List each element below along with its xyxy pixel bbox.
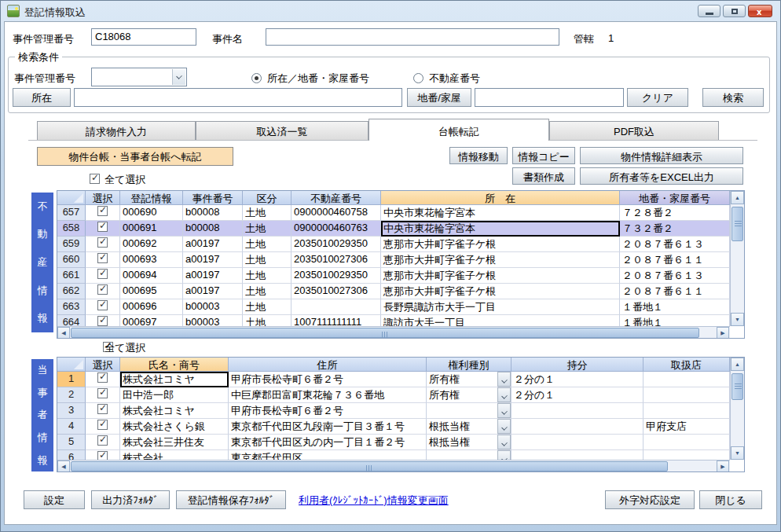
row-checkbox[interactable] bbox=[97, 435, 108, 446]
column-header[interactable]: 選択 bbox=[86, 358, 120, 372]
right-type-dropdown[interactable] bbox=[497, 387, 511, 402]
cell-fudosan-no[interactable]: 0900000460758 bbox=[292, 205, 381, 221]
select-cell[interactable] bbox=[86, 237, 120, 252]
vertical-scrollbar[interactable]: ▲▼ bbox=[730, 191, 744, 326]
cell-jiken[interactable]: a00197 bbox=[183, 268, 243, 284]
radio-property-number[interactable] bbox=[413, 73, 424, 83]
cell-name[interactable]: 株式会社コミヤ bbox=[120, 372, 229, 387]
tab-2[interactable]: 取込済一覧 bbox=[196, 121, 368, 140]
column-header[interactable]: 住所 bbox=[229, 358, 427, 372]
row-number[interactable]: 659 bbox=[57, 237, 86, 252]
cell-shozai[interactable]: 中央市東花輪字宮本 bbox=[381, 221, 620, 237]
tab-1[interactable]: 請求物件入力 bbox=[37, 121, 196, 140]
cell-kubun[interactable]: 土地 bbox=[243, 268, 292, 284]
radio-location[interactable] bbox=[251, 73, 262, 83]
table-row[interactable]: 663000696b00003土地長野県諏訪市大手一丁目１番地１ bbox=[57, 299, 730, 315]
table-row[interactable]: 5株式会社三井住友東京都千代田区丸の内一丁目１番２号根抵当権 bbox=[57, 435, 730, 450]
case-no-combobox[interactable] bbox=[91, 68, 187, 86]
cell-address[interactable]: 東京都千代田区丸の内一丁目１番２号 bbox=[229, 435, 427, 450]
cell-kubun[interactable]: 土地 bbox=[243, 205, 292, 221]
tab-3[interactable]: 台帳転記 bbox=[368, 119, 549, 141]
cell-chiban[interactable]: ２０８７番６１３ bbox=[620, 237, 730, 252]
cell-chiban[interactable]: ２０８７番６１１ bbox=[620, 284, 730, 299]
settings-button[interactable]: 設定 bbox=[24, 490, 85, 509]
transfer-to-ledger-button[interactable]: 物件台帳・当事者台帳へ転記 bbox=[37, 147, 233, 166]
save-folder-button[interactable]: 登記情報保存ﾌｫﾙﾀﾞ bbox=[176, 490, 286, 509]
row-checkbox[interactable] bbox=[97, 284, 108, 295]
cell-kubun[interactable]: 土地 bbox=[243, 284, 292, 299]
cell-fudosan-no[interactable]: 0900000460763 bbox=[292, 221, 381, 237]
cell-branch[interactable] bbox=[644, 403, 730, 419]
cell-touki[interactable]: 000692 bbox=[120, 237, 183, 252]
column-header[interactable]: 権利種別 bbox=[427, 358, 512, 372]
cell-right-type[interactable] bbox=[427, 403, 512, 419]
cell-kubun[interactable]: 土地 bbox=[243, 252, 292, 268]
cell-share[interactable]: ２分の１ bbox=[512, 387, 644, 403]
corner-cell[interactable] bbox=[57, 358, 86, 372]
cell-fudosan-no[interactable]: 2035010029350 bbox=[292, 268, 381, 284]
cell-shozai[interactable]: 恵那市大井町字雀子ケ根 bbox=[381, 268, 620, 284]
column-header[interactable]: 取扱店 bbox=[644, 358, 730, 372]
scroll-up-icon[interactable]: ▲ bbox=[731, 358, 744, 371]
cell-chiban[interactable]: ７３２番２ bbox=[620, 221, 730, 237]
cell-jiken[interactable]: b00008 bbox=[183, 205, 243, 221]
cell-shozai[interactable]: 恵那市大井町字雀子ケ根 bbox=[381, 252, 620, 268]
row-number[interactable]: 661 bbox=[57, 268, 86, 284]
row-number[interactable]: 658 bbox=[57, 221, 86, 237]
row-number[interactable]: 663 bbox=[57, 299, 86, 315]
scroll-thumb[interactable] bbox=[71, 328, 699, 338]
scroll-thumb[interactable] bbox=[732, 207, 743, 241]
scroll-down-icon[interactable]: ▼ bbox=[731, 313, 744, 326]
right-type-dropdown[interactable] bbox=[497, 419, 511, 434]
select-cell[interactable] bbox=[86, 252, 120, 268]
cell-chiban[interactable]: ２０８７番６１３ bbox=[620, 268, 730, 284]
shozai-button[interactable]: 所在 bbox=[13, 88, 71, 107]
row-checkbox[interactable] bbox=[97, 372, 108, 383]
maximize-button[interactable] bbox=[723, 5, 746, 17]
cell-jiken[interactable]: a00197 bbox=[183, 237, 243, 252]
row-number[interactable]: 1 bbox=[57, 372, 86, 387]
cell-kubun[interactable]: 土地 bbox=[243, 237, 292, 252]
cell-fudosan-no[interactable] bbox=[292, 299, 381, 315]
cell-touki[interactable]: 000693 bbox=[120, 252, 183, 268]
cell-shozai[interactable]: 恵那市大井町字雀子ケ根 bbox=[381, 237, 620, 252]
right-type-dropdown[interactable] bbox=[497, 435, 511, 449]
cell-name[interactable]: 株式会社コミヤ bbox=[120, 403, 229, 419]
cell-right-type[interactable]: 根抵当権 bbox=[427, 419, 512, 435]
cell-shozai[interactable]: 長野県諏訪市大手一丁目 bbox=[381, 299, 620, 315]
cell-jiken[interactable]: b00008 bbox=[183, 221, 243, 237]
cell-address[interactable]: 中巨摩郡田富町東花輪７３６番地 bbox=[229, 387, 427, 403]
minimize-button[interactable] bbox=[698, 5, 720, 17]
row-checkbox[interactable] bbox=[97, 253, 108, 263]
scroll-thumb[interactable] bbox=[732, 373, 743, 400]
table-row[interactable]: 660000693a00197土地2035010027306恵那市大井町字雀子ケ… bbox=[57, 252, 730, 268]
table-row[interactable]: 659000692a00197土地2035010029350恵那市大井町字雀子ケ… bbox=[57, 237, 730, 252]
cell-jiken[interactable]: a00197 bbox=[183, 252, 243, 268]
column-header[interactable]: 所 在 bbox=[381, 191, 620, 205]
gaiji-settings-button[interactable]: 外字対応設定 bbox=[605, 490, 695, 509]
select-cell[interactable] bbox=[86, 268, 120, 284]
shozai-input[interactable] bbox=[74, 88, 402, 107]
table-row[interactable]: 2田中浩一郎中巨摩郡田富町東花輪７３６番地所有権２分の１ bbox=[57, 387, 730, 403]
cell-branch[interactable] bbox=[644, 387, 730, 403]
user-info-change-link[interactable]: 利用者(ｸﾚｼﾞｯﾄｶｰﾄﾞ)情報変更画面 bbox=[299, 493, 449, 508]
corner-cell[interactable] bbox=[57, 191, 86, 205]
search-button[interactable]: 検索 bbox=[702, 88, 764, 107]
column-header[interactable]: 地番・家屋番号 bbox=[620, 191, 730, 205]
property-select-all-label[interactable]: 全て選択 bbox=[104, 173, 145, 187]
row-checkbox[interactable] bbox=[97, 269, 108, 279]
select-cell[interactable] bbox=[86, 387, 120, 403]
cell-chiban[interactable]: ２０８７番６１１ bbox=[620, 252, 730, 268]
cell-kubun[interactable]: 土地 bbox=[243, 221, 292, 237]
select-cell[interactable] bbox=[86, 372, 120, 387]
cell-fudosan-no[interactable]: 2035010027306 bbox=[292, 284, 381, 299]
table-row[interactable]: 658000691b00008土地0900000460763中央市東花輪字宮本７… bbox=[57, 221, 730, 237]
radio-property-number-label[interactable]: 不動産番号 bbox=[429, 72, 480, 86]
clear-button[interactable]: クリア bbox=[627, 88, 688, 107]
scroll-thumb[interactable] bbox=[71, 461, 668, 471]
select-cell[interactable] bbox=[86, 403, 120, 419]
scroll-up-icon[interactable]: ▲ bbox=[731, 191, 744, 204]
cell-jiken[interactable]: a00197 bbox=[183, 284, 243, 299]
cell-shozai[interactable]: 恵那市大井町字雀子ケ根 bbox=[381, 284, 620, 299]
cell-touki[interactable]: 000695 bbox=[120, 284, 183, 299]
